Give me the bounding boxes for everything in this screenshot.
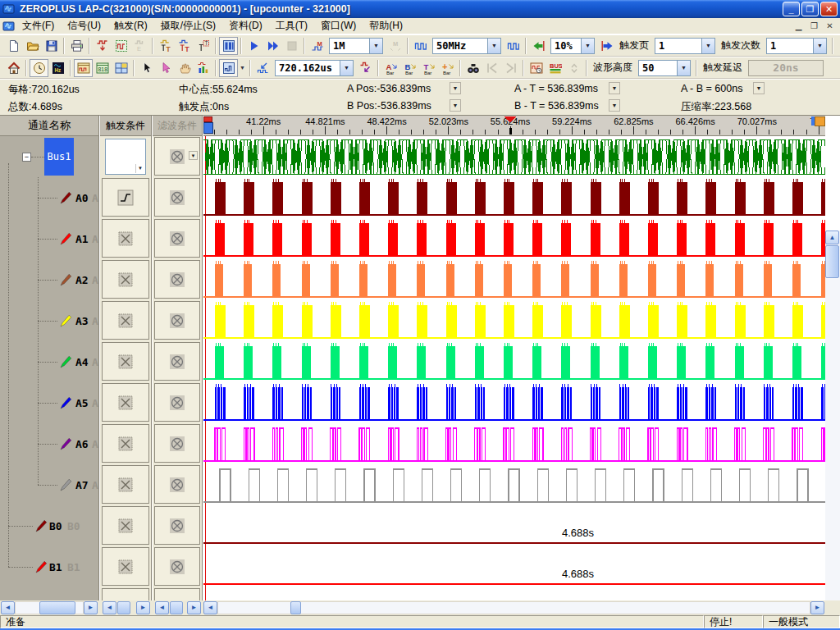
trig-scroll-left-icon[interactable]: ◄: [103, 601, 116, 614]
goto-trigger-button[interactable]: [356, 59, 375, 77]
trigger-pos-increase-button[interactable]: [597, 37, 616, 55]
menu-item-1[interactable]: 信号(U): [61, 17, 107, 34]
trigger-position-combo-dropdown-icon[interactable]: ▼: [581, 39, 594, 53]
filter-cell-a0[interactable]: [154, 178, 200, 217]
b-pos-dropdown-icon[interactable]: ▼: [450, 99, 461, 112]
hand-tool-button[interactable]: [175, 59, 194, 77]
trig-scroll-right-icon[interactable]: ►: [136, 601, 150, 614]
trigger-pos-decrease-button[interactable]: [529, 37, 548, 55]
sampling-settings-button[interactable]: [93, 37, 112, 55]
a-pos-dropdown-icon[interactable]: ▼: [450, 82, 461, 94]
child-close-icon[interactable]: ✕: [823, 20, 837, 32]
t-bar-button[interactable]: TBar: [419, 59, 438, 77]
memory-depth-combo-dropdown-icon[interactable]: ▼: [369, 39, 382, 53]
trigger-cell-bus1[interactable]: ▼: [102, 137, 149, 176]
zoom-mode-button[interactable]: [219, 59, 238, 77]
a-minus-t-dropdown-icon[interactable]: ▼: [609, 82, 620, 94]
trigger-property-button[interactable]: T: [156, 37, 175, 55]
sampling-freq-combo[interactable]: 50MHz▼: [432, 38, 501, 54]
channel-label-a6[interactable]: A6: [75, 438, 89, 450]
trigger-cell-a7[interactable]: [102, 465, 149, 504]
pointer-tool-button[interactable]: [137, 59, 156, 77]
name-scroll-right-icon[interactable]: ►: [84, 601, 98, 614]
trigger-count-combo[interactable]: 1▼: [766, 38, 827, 54]
menu-item-2[interactable]: 触发(R): [107, 17, 154, 34]
sampling-freq-combo-dropdown-icon[interactable]: ▼: [487, 39, 500, 53]
print-button[interactable]: [67, 37, 86, 55]
child-minimize-icon[interactable]: ▁: [792, 20, 806, 32]
filter-cell-a6[interactable]: [154, 424, 200, 463]
channel-settings-button[interactable]: [112, 37, 130, 55]
trigger-cell-a1[interactable]: [102, 219, 149, 258]
filter-cell-b0[interactable]: [154, 506, 200, 545]
trigger-cell-a5[interactable]: [102, 383, 149, 422]
vertical-scroll-thumb[interactable]: [825, 245, 839, 278]
bus-analysis-button[interactable]: [219, 37, 238, 55]
trigger-page-combo-dropdown-icon[interactable]: ▼: [701, 39, 714, 53]
save-file-button[interactable]: [42, 37, 61, 55]
channel-label-a3[interactable]: A3: [75, 315, 89, 327]
wave-scroll-left-icon[interactable]: ◄: [203, 601, 217, 614]
restore-icon[interactable]: ❐: [801, 2, 819, 16]
new-file-button[interactable]: [4, 37, 23, 55]
bus-filter-dropdown-icon[interactable]: ▼: [189, 151, 198, 160]
wave-scroll-track[interactable]: [217, 601, 810, 614]
trigger-content-button[interactable]: T: [175, 37, 194, 55]
filter-cell-a3[interactable]: [154, 301, 200, 340]
bus-window-button[interactable]: BUS: [546, 59, 564, 77]
b-bar-button[interactable]: BBar: [400, 59, 419, 77]
wave-height-combo[interactable]: 50▼: [638, 60, 691, 76]
channel-label-a7[interactable]: A7: [75, 479, 89, 491]
menu-item-0[interactable]: 文件(F): [16, 17, 61, 34]
memory-depth-button[interactable]: M: [308, 37, 326, 55]
filter-cell-a2[interactable]: [154, 260, 200, 299]
channel-bus1[interactable]: Bus1: [44, 138, 74, 176]
open-file-button[interactable]: [23, 37, 42, 55]
trigger-page-combo[interactable]: 1▼: [655, 38, 715, 54]
wave-height-combo-dropdown-icon[interactable]: ▼: [677, 61, 690, 75]
channel-label-a2[interactable]: A2: [75, 274, 89, 286]
filter-cell-a5[interactable]: [154, 383, 200, 422]
child-restore-icon[interactable]: ❐: [807, 20, 821, 32]
zoom-fit-button[interactable]: [253, 59, 272, 77]
menu-item-4[interactable]: 资料(D): [222, 17, 269, 34]
single-acquisition-button[interactable]: [244, 37, 263, 55]
filter-cell-a7[interactable]: [154, 465, 200, 504]
vertical-scrollbar[interactable]: ▲ ▼: [825, 231, 840, 630]
filt-scroll-right-icon[interactable]: ►: [187, 601, 201, 614]
navigator-window-button[interactable]: [112, 59, 130, 77]
waveform-window-button[interactable]: [74, 59, 93, 77]
zoom-scale-combo[interactable]: 720.162us▼: [275, 60, 354, 76]
sampling-wave-button[interactable]: [504, 37, 523, 55]
find-button[interactable]: [463, 59, 482, 77]
trigger-position-combo[interactable]: 10%▼: [550, 38, 595, 54]
channel-label-a5[interactable]: A5: [75, 397, 89, 409]
filter-cell-bus1[interactable]: ▼: [154, 137, 200, 176]
list-window-button[interactable]: 818: [93, 59, 112, 77]
add-bar-button[interactable]: +Bar: [438, 59, 457, 77]
frequency-display-button[interactable]: Hz: [48, 59, 67, 77]
statistics-tool-button[interactable]: [194, 59, 212, 77]
a-bar-button[interactable]: ABar: [381, 59, 400, 77]
wave-scroll-thumb[interactable]: [290, 601, 301, 614]
menu-item-6[interactable]: 窗口(W): [314, 17, 363, 34]
trigger-cell-b0[interactable]: [102, 506, 149, 545]
repeated-acquisition-button[interactable]: [263, 37, 282, 55]
trigger-cell-a6[interactable]: [102, 424, 149, 463]
zoom-scale-combo-dropdown-icon[interactable]: ▼: [340, 61, 353, 75]
close-icon[interactable]: ✕: [820, 2, 838, 16]
trigger-cell-b1[interactable]: [102, 547, 149, 586]
trigger-cell-a0[interactable]: [102, 178, 149, 217]
sampling-freq-button[interactable]: [411, 37, 430, 55]
trigger-mark-button[interactable]: T: [194, 37, 212, 55]
filt-scroll-left-icon[interactable]: ◄: [155, 601, 169, 614]
memory-depth-combo[interactable]: 1M▼: [329, 38, 383, 54]
trigger-cell-a3[interactable]: [102, 301, 149, 340]
minimize-icon[interactable]: _: [783, 2, 800, 16]
menu-item-5[interactable]: 工具(T): [269, 17, 314, 34]
menu-item-3[interactable]: 摄取/停止(S): [154, 17, 222, 34]
menu-item-7[interactable]: 帮助(H): [363, 17, 409, 34]
channel-label-a1[interactable]: A1: [75, 233, 89, 245]
channel-label-a0[interactable]: A0: [75, 192, 89, 204]
pulse-width-window-button[interactable]: [527, 59, 546, 77]
